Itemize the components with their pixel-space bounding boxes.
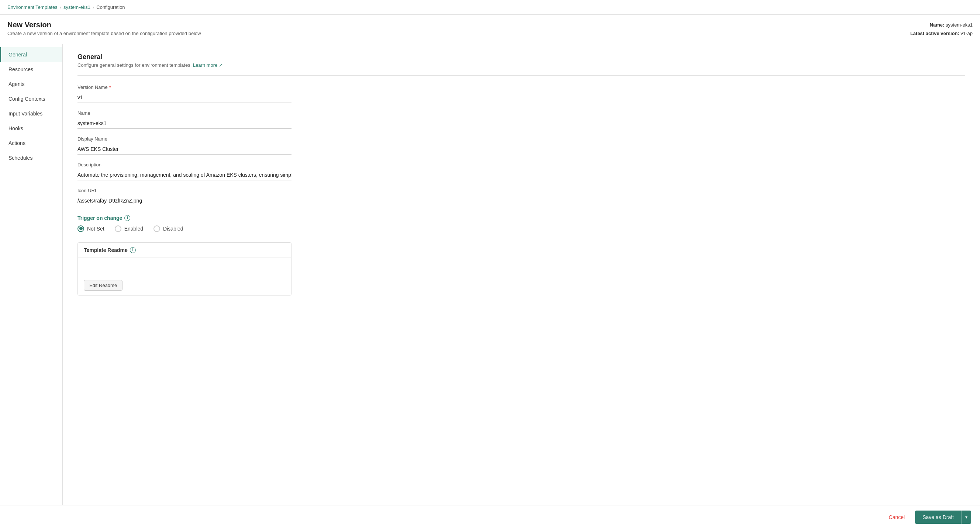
page-title: New Version bbox=[7, 21, 201, 29]
icon-url-group: Icon URL bbox=[78, 188, 965, 206]
radio-not-set[interactable]: Not Set bbox=[78, 226, 104, 232]
radio-not-set-circle bbox=[78, 226, 84, 232]
chevron-down-icon: ▾ bbox=[965, 515, 967, 520]
edit-readme-button[interactable]: Edit Readme bbox=[84, 280, 123, 291]
header-name-row: Name: system-eks1 bbox=[910, 21, 973, 29]
version-name-group: Version Name * bbox=[78, 84, 965, 103]
readme-info-icon: i bbox=[130, 247, 136, 253]
display-name-label: Display Name bbox=[78, 136, 965, 141]
header-version-row: Latest active version: v1-ap bbox=[910, 29, 973, 38]
breadcrumb-sep-2: › bbox=[92, 5, 94, 10]
trigger-label: Trigger on change i bbox=[78, 215, 965, 221]
icon-url-input[interactable] bbox=[78, 195, 291, 206]
icon-url-label: Icon URL bbox=[78, 188, 965, 193]
readme-header: Template Readme i bbox=[78, 243, 291, 258]
readme-title: Template Readme bbox=[84, 247, 128, 253]
sidebar-item-input-variables[interactable]: Input Variables bbox=[0, 106, 62, 121]
version-name-label: Version Name * bbox=[78, 84, 965, 90]
trigger-info-icon: i bbox=[124, 215, 130, 221]
breadcrumb-sep-1: › bbox=[60, 5, 61, 10]
save-draft-btn-wrapper: Save as Draft ▾ bbox=[915, 510, 971, 524]
breadcrumb-env-templates[interactable]: Environment Templates bbox=[7, 5, 57, 10]
radio-enabled-circle bbox=[115, 226, 121, 232]
learn-more-link[interactable]: Learn more bbox=[193, 62, 223, 68]
readme-box: Template Readme i Edit Readme bbox=[78, 242, 291, 295]
trigger-section: Trigger on change i Not Set Enabled Disa… bbox=[78, 215, 965, 232]
breadcrumb-system-eks1[interactable]: system-eks1 bbox=[64, 5, 91, 10]
radio-enabled-label: Enabled bbox=[124, 226, 143, 232]
description-label: Description bbox=[78, 162, 965, 167]
sidebar: General Resources Agents Config Contexts… bbox=[0, 44, 63, 529]
radio-enabled[interactable]: Enabled bbox=[115, 226, 143, 232]
sidebar-item-hooks[interactable]: Hooks bbox=[0, 121, 62, 136]
radio-not-set-label: Not Set bbox=[87, 226, 104, 232]
header-version-value: v1-ap bbox=[961, 31, 973, 36]
section-subtitle-text: Configure general settings for environme… bbox=[78, 62, 191, 68]
header-name-label: Name: bbox=[930, 22, 945, 28]
cancel-button[interactable]: Cancel bbox=[885, 511, 910, 523]
content-area: General Configure general settings for e… bbox=[63, 44, 980, 529]
breadcrumb-configuration: Configuration bbox=[96, 5, 125, 10]
main-layout: General Resources Agents Config Contexts… bbox=[0, 44, 980, 529]
sidebar-item-agents[interactable]: Agents bbox=[0, 77, 62, 92]
page-header: New Version Create a new version of a en… bbox=[0, 15, 980, 44]
required-star: * bbox=[109, 84, 111, 90]
header-name-value: system-eks1 bbox=[946, 22, 973, 28]
name-group: Name bbox=[78, 110, 965, 129]
sidebar-item-general[interactable]: General bbox=[0, 47, 62, 62]
footer: Cancel Save as Draft ▾ bbox=[0, 505, 980, 529]
name-input[interactable] bbox=[78, 118, 291, 129]
save-draft-dropdown-button[interactable]: ▾ bbox=[961, 510, 971, 524]
section-divider bbox=[78, 75, 965, 76]
sidebar-item-config-contexts[interactable]: Config Contexts bbox=[0, 92, 62, 106]
name-label: Name bbox=[78, 110, 965, 116]
page-header-left: New Version Create a new version of a en… bbox=[7, 21, 201, 36]
section-title: General bbox=[78, 53, 965, 61]
save-draft-button[interactable]: Save as Draft bbox=[915, 510, 961, 524]
radio-group: Not Set Enabled Disabled bbox=[78, 226, 965, 232]
sidebar-item-schedules[interactable]: Schedules bbox=[0, 151, 62, 165]
sidebar-item-actions[interactable]: Actions bbox=[0, 136, 62, 151]
radio-disabled-label: Disabled bbox=[163, 226, 183, 232]
description-input[interactable] bbox=[78, 170, 291, 180]
radio-disabled[interactable]: Disabled bbox=[153, 226, 183, 232]
sidebar-item-resources[interactable]: Resources bbox=[0, 62, 62, 77]
display-name-group: Display Name bbox=[78, 136, 965, 154]
page-header-right: Name: system-eks1 Latest active version:… bbox=[910, 21, 973, 38]
version-name-input[interactable] bbox=[78, 92, 291, 103]
header-version-label: Latest active version: bbox=[910, 31, 959, 36]
readme-body bbox=[78, 258, 291, 280]
breadcrumb: Environment Templates › system-eks1 › Co… bbox=[0, 0, 980, 15]
radio-disabled-circle bbox=[153, 226, 160, 232]
description-group: Description bbox=[78, 162, 965, 180]
page-subtitle: Create a new version of a environment te… bbox=[7, 31, 201, 36]
section-subtitle: Configure general settings for environme… bbox=[78, 62, 965, 68]
display-name-input[interactable] bbox=[78, 144, 291, 154]
